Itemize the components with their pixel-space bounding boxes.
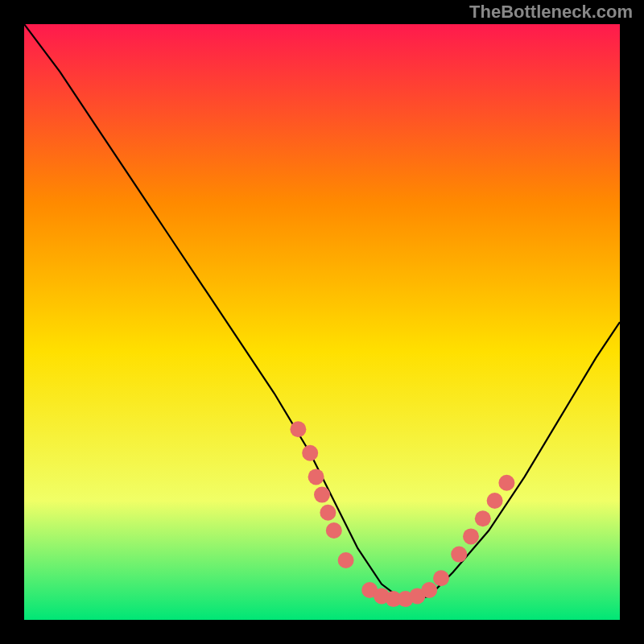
curve-marker (302, 445, 318, 461)
curve-marker (314, 487, 330, 503)
curve-marker (290, 421, 306, 437)
curve-marker (433, 570, 449, 586)
chart-background (24, 24, 620, 620)
chart-plot-area (24, 24, 620, 620)
curve-marker (326, 522, 342, 539)
watermark-text: TheBottleneck.com (469, 2, 633, 23)
curve-marker (338, 552, 354, 568)
curve-marker (463, 528, 479, 544)
curve-marker (421, 582, 437, 598)
curve-marker (320, 505, 336, 521)
curve-marker (475, 510, 491, 526)
curve-marker (451, 547, 467, 563)
curve-marker (487, 493, 503, 509)
curve-marker (498, 475, 514, 491)
curve-marker (308, 469, 324, 485)
